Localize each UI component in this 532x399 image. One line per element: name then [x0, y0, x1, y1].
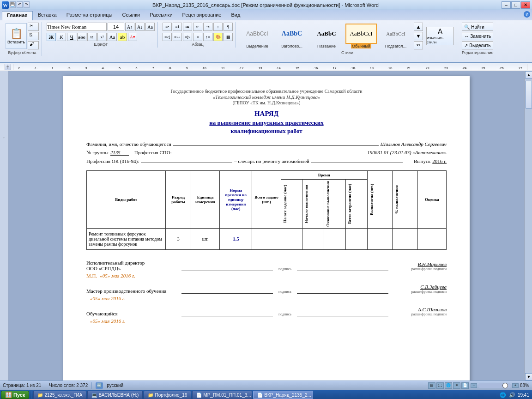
copy-button[interactable]: ⎘ [28, 32, 39, 40]
style-item-4[interactable]: AaBbCcI Подзагол... [379, 24, 412, 48]
tab-view[interactable]: Вид [227, 11, 245, 20]
taskbar-item-2[interactable]: 📁 Портфолио_16 [144, 391, 191, 399]
tab-page-layout[interactable]: Разметка страницы [62, 11, 117, 20]
font-label: Шрифт [94, 41, 108, 47]
toolbar-redo-icon[interactable]: ↷ [24, 1, 30, 8]
align-center-button[interactable]: ≡↔ [173, 33, 182, 41]
decrease-indent-button[interactable]: ⇤ [193, 23, 202, 31]
subscript-button[interactable]: x₂ [87, 33, 97, 41]
col-total-header: Всего задано (шт.) [252, 171, 281, 229]
scroll-up-button[interactable]: ▲ [525, 71, 532, 79]
tab-mailings[interactable]: Рассылки [145, 11, 177, 20]
fill-color-button[interactable]: 🎨 [213, 33, 223, 41]
tab-home[interactable]: Главная [2, 11, 33, 20]
styles-container: AaBbCcI Выделение AaBbC Заголово... AaBb… [241, 24, 412, 48]
strikethrough-button[interactable]: abc [77, 33, 86, 41]
clear-format-button[interactable]: Aa [145, 23, 155, 31]
outline-button[interactable]: ≡ [453, 382, 460, 389]
help-icon[interactable]: ? [524, 11, 530, 18]
align-left-button[interactable]: ≡◁ [163, 33, 172, 41]
text-color-button[interactable]: A▾ [128, 33, 137, 41]
zoom-slider-thumb[interactable] [502, 383, 508, 388]
font-color-button[interactable]: Аа [108, 33, 117, 41]
vypusk-label: Выпуск [414, 158, 430, 164]
zoom-level: 88% [520, 383, 529, 388]
increase-indent-button[interactable]: ⇥ [203, 23, 212, 31]
sig1-mp-row: М.П. «05» мая 2016 г. [86, 273, 447, 278]
web-layout-button[interactable]: 🌐 [445, 382, 452, 389]
zoom-out-button[interactable]: – [471, 383, 477, 388]
scroll-down-button[interactable]: ▼ [525, 373, 532, 381]
styles-more[interactable]: ▾▾ [414, 41, 423, 49]
decrease-font-button[interactable]: A↓ [135, 23, 145, 31]
font-group: A↑ A↓ Aa Ж К Ч abc x₂ x² Аа ab A▾ Шрифт [44, 22, 158, 48]
styles-scroll-up[interactable]: ▲ [414, 23, 423, 31]
styles-scroll-down[interactable]: ▼ [414, 32, 423, 40]
start-button[interactable]: 🪟 Пуск [1, 391, 29, 399]
taskbar-item-3[interactable]: 📄 МР_ПМ.01_ПП.01_3... [192, 391, 252, 399]
close-button[interactable]: ✕ [521, 1, 530, 9]
show-marks-button[interactable]: ¶ [224, 23, 233, 31]
mp-label: М.П. [86, 273, 97, 278]
replace-button[interactable]: ↔Заменить [462, 32, 493, 40]
numbering-button[interactable]: ≡1 [173, 23, 182, 31]
sort-button[interactable]: ↕ [213, 23, 223, 31]
underline-button[interactable]: Ч [67, 33, 76, 41]
style-item-3[interactable]: AaBbCcI Обычный [345, 24, 378, 48]
bullets-button[interactable]: ≡• [163, 23, 172, 31]
title-bar: W 💾 ↶ ↷ ВКР_Наряд_2135_2016_слесарь.doc … [0, 0, 532, 10]
zoom-control[interactable]: – + 88% [471, 383, 529, 388]
draft-button[interactable]: 📄 [461, 382, 469, 389]
print-layout-button[interactable]: ▤ [428, 382, 435, 389]
scroll-track[interactable] [525, 79, 532, 373]
maximize-button[interactable]: □ [511, 1, 520, 9]
multilevel-button[interactable]: ≡▸ [183, 23, 192, 31]
sig3-name: А.С.Шальнов расшифровка подписи [391, 307, 447, 316]
tab-insert[interactable]: Вставка [33, 11, 61, 20]
superscript-button[interactable]: x² [97, 33, 107, 41]
clipboard-group: 📋 Вставить ✂ ⎘ 🖌 Буфер обмена [3, 22, 42, 56]
document-scroll[interactable]: Государственное бюджетное профессиональн… [8, 71, 525, 381]
sig3-row: Обучающийся подпись А.С.Шальнов расшифро… [86, 307, 447, 316]
scroll-thumb[interactable] [526, 81, 532, 109]
justify-button[interactable]: ≡ [193, 33, 202, 41]
taskbar-item-1[interactable]: 💻 ВАСИЛЬЕВНА (H:) [87, 391, 143, 399]
select-button[interactable]: ↗Выделить [462, 41, 493, 49]
taskbar-sep [31, 391, 31, 399]
time-col2-header: Начало выполнения [302, 180, 324, 229]
line-spacing-button[interactable]: ↕≡ [203, 33, 212, 41]
borders-button[interactable]: ▦ [224, 33, 233, 41]
style-item-1[interactable]: AaBbC Заголово... [275, 24, 308, 48]
ruler-toggle[interactable]: ┼ [5, 64, 11, 70]
toolbar-undo-icon[interactable]: ↶ [17, 1, 23, 8]
time-all-cell [281, 228, 302, 249]
align-right-button[interactable]: ≡▷ [183, 33, 192, 41]
style-item-0[interactable]: AaBbCcI Выделение [241, 24, 274, 48]
find-button[interactable]: 🔍Найти [462, 23, 493, 31]
full-screen-button[interactable]: ⛶ [436, 382, 444, 389]
zoom-in-button[interactable]: + [512, 383, 519, 388]
style-item-2[interactable]: AaBbC Название [310, 24, 343, 48]
status-sep-2 [91, 382, 92, 389]
minimize-button[interactable]: – [502, 1, 511, 9]
paste-button[interactable]: 📋 Вставить [6, 23, 27, 49]
taskbar-item-0[interactable]: 📁 2125_кв.экз._ГИА [33, 391, 86, 399]
change-styles-button[interactable]: A Изменить стили [426, 27, 454, 45]
cut-button[interactable]: ✂ [28, 23, 39, 31]
tab-review[interactable]: Рецензирование [178, 11, 226, 20]
highlight-button[interactable]: ab [118, 33, 127, 41]
font-name-input[interactable] [47, 23, 107, 31]
italic-button[interactable]: К [57, 33, 66, 41]
toolbar-save-icon[interactable]: 💾 [10, 1, 16, 8]
zoom-bar[interactable] [478, 383, 511, 388]
font-size-input[interactable] [108, 23, 124, 31]
col-done-header: Выполнено (шт.) [367, 171, 393, 229]
vertical-scrollbar[interactable]: ▲ ▼ [525, 71, 532, 381]
format-painter-button[interactable]: 🖌 [28, 41, 39, 49]
increase-font-button[interactable]: A↑ [125, 23, 134, 31]
clipboard-label: Буфер обмена [8, 49, 36, 55]
sig1-caption-line: подпись [276, 267, 294, 271]
taskbar-item-4[interactable]: 📄 ВКР_Наряд_2135_2... [253, 391, 313, 399]
bold-button[interactable]: Ж [47, 33, 56, 41]
tab-references[interactable]: Ссылки [117, 11, 145, 20]
